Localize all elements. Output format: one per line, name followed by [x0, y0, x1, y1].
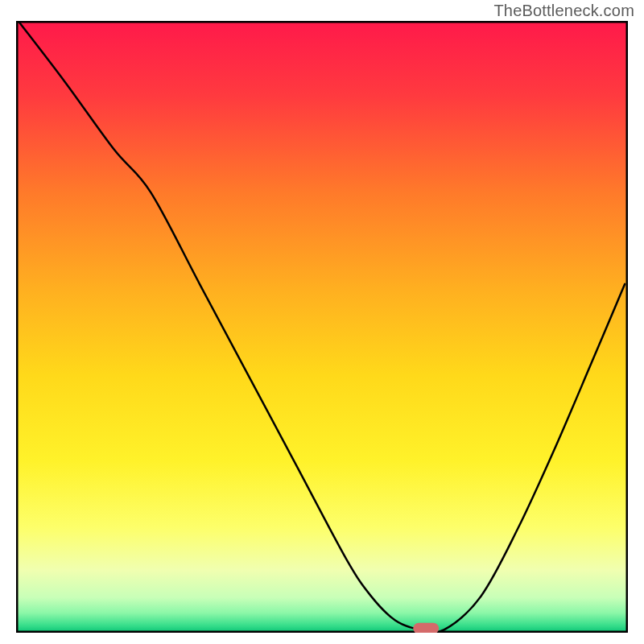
attribution-label: TheBottleneck.com [493, 2, 634, 20]
gradient-background [18, 23, 626, 631]
plot-area [16, 21, 628, 633]
chart-svg [16, 21, 628, 633]
chart-container: TheBottleneck.com [0, 0, 644, 644]
optimal-point-marker [413, 623, 439, 633]
